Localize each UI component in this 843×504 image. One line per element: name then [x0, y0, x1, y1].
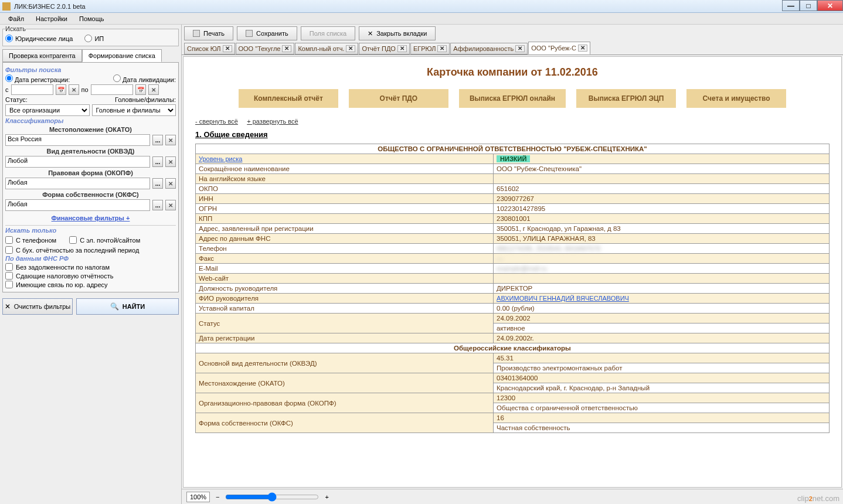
close-icon[interactable]: ✕: [397, 45, 407, 52]
check-phone[interactable]: С телефоном: [5, 236, 56, 244]
zoom-input[interactable]: [186, 492, 210, 502]
okfs-field[interactable]: Любая: [5, 199, 150, 211]
save-icon: [246, 30, 253, 37]
financial-filters-link[interactable]: Финансовые фильтры +: [5, 214, 176, 222]
report-accounts-button[interactable]: Счета и имущество: [686, 89, 786, 108]
fields-button[interactable]: Поля списка: [301, 26, 356, 40]
date-from-input[interactable]: [11, 84, 53, 95]
close-tabs-button[interactable]: ✕ Закрыть вкладки: [359, 26, 436, 40]
doc-tab[interactable]: Отчёт ПДО✕: [359, 43, 409, 55]
check-no-debt[interactable]: Без задолженности по налогам: [5, 263, 176, 271]
calendar-icon-from[interactable]: 📅: [56, 84, 66, 95]
okopf-field[interactable]: Любая: [5, 178, 150, 189]
calendar-icon-to[interactable]: 📅: [135, 84, 146, 95]
doc-tab[interactable]: ЕГРЮЛ✕: [410, 43, 450, 55]
close-icon[interactable]: ✕: [223, 45, 232, 52]
phone-value: 8861274295, 2533543, 8918497570: [497, 245, 600, 252]
toolbar: Печать Сохранить Поля списка ✕ Закрыть в…: [182, 25, 843, 42]
okopf-browse-button[interactable]: ...: [152, 178, 163, 189]
close-icon[interactable]: ✕: [346, 45, 355, 52]
close-icon[interactable]: ✕: [282, 45, 291, 52]
doc-tabs: Список ЮЛ✕ ООО "Техугле✕ Компл-ный отч.✕…: [182, 42, 843, 55]
zoom-out-button[interactable]: −: [216, 493, 219, 500]
menu-help[interactable]: Помощь: [73, 14, 110, 23]
hq-dropdown[interactable]: Головные и филиалы: [92, 104, 176, 116]
fns-title: По данным ФНС РФ: [5, 255, 176, 262]
report-complex-button[interactable]: Комплексный отчёт: [239, 89, 338, 108]
menubar: Файл Настройки Помощь: [0, 13, 843, 25]
report-pdo-button[interactable]: Отчёт ПДО: [349, 89, 448, 108]
zoom-slider[interactable]: [225, 492, 319, 502]
clear-filters-button[interactable]: ✕ Очистить фильтры: [2, 298, 73, 315]
okfs-label: Форма собственности (ОКФС): [5, 191, 176, 198]
search-only-title: Искать только: [5, 227, 176, 234]
tab-check-counterparty[interactable]: Проверка контрагента: [2, 49, 82, 62]
report-egrul-online-button[interactable]: Выписка ЕГРЮЛ онлайн: [459, 89, 566, 108]
print-icon: [193, 30, 200, 37]
director-link[interactable]: АВХИМОВИЧ ГЕННАДИЙ ВЯЧЕСЛАВОВИЧ: [497, 295, 629, 302]
fax-value: —: [497, 255, 503, 262]
radio-date-reg[interactable]: Дата регистрации:: [5, 74, 70, 83]
close-icon[interactable]: ✕: [515, 45, 525, 52]
status-label: Статус:: [5, 96, 28, 103]
close-icon[interactable]: ✕: [578, 45, 587, 52]
date-to-input[interactable]: [91, 84, 133, 95]
expand-all-link[interactable]: + развернуть всё: [247, 118, 298, 125]
radio-ip[interactable]: ИП: [84, 35, 104, 42]
okato-field[interactable]: Вся Россия: [5, 134, 150, 146]
okfs-clear-button[interactable]: ✕: [165, 200, 176, 210]
email-value: example@mail.ru: [497, 265, 547, 272]
print-button[interactable]: Печать: [184, 26, 233, 40]
search-legend: Искать: [5, 25, 26, 32]
radio-legal[interactable]: Юридические лица: [5, 35, 73, 42]
app-icon: [2, 2, 11, 11]
okfs-browse-button[interactable]: ...: [152, 200, 163, 210]
okato-browse-button[interactable]: ...: [152, 135, 163, 145]
radio-date-liq[interactable]: Дата ликвидации:: [113, 74, 176, 83]
status-dropdown[interactable]: Все организации: [5, 104, 90, 116]
classifiers-header: Общероссийские классификаторы: [196, 343, 830, 353]
zoom-in-button[interactable]: +: [325, 493, 328, 500]
sidebar: Искать Юридические лица ИП Проверка конт…: [0, 25, 182, 504]
clear-from-button[interactable]: ✕: [69, 84, 79, 95]
label-from: с: [5, 86, 9, 93]
check-accounting[interactable]: С бух. отчётностью за последний период: [5, 246, 176, 254]
watermark: clip2net.com: [797, 494, 839, 503]
risk-label[interactable]: Уровень риска: [199, 155, 242, 162]
okopf-label: Правовая форма (ОКОПФ): [5, 169, 176, 176]
okato-label: Местоположение (ОКАТО): [5, 126, 176, 133]
find-button[interactable]: 🔍 НАЙТИ: [76, 298, 179, 315]
minimize-button[interactable]: —: [782, 0, 800, 11]
check-email[interactable]: С эл. почтой/сайтом: [69, 236, 140, 244]
save-button[interactable]: Сохранить: [237, 26, 297, 40]
doc-tab-active[interactable]: ООО "Рубеж-С✕: [528, 42, 590, 55]
okato-clear-button[interactable]: ✕: [165, 135, 176, 145]
okved-clear-button[interactable]: ✕: [165, 156, 176, 167]
footer: − + clip2net.com: [182, 489, 843, 504]
close-icon[interactable]: ✕: [437, 45, 447, 52]
okved-field[interactable]: Любой: [5, 156, 150, 168]
check-linked[interactable]: Имеющие связь по юр. адресу: [5, 281, 176, 288]
okved-browse-button[interactable]: ...: [152, 156, 163, 167]
report-egrul-ecp-button[interactable]: Выписка ЕГРЮЛ ЭЦП: [576, 89, 676, 108]
label-to: по: [81, 86, 89, 93]
doc-tab[interactable]: Список ЮЛ✕: [184, 43, 235, 55]
menu-settings[interactable]: Настройки: [30, 14, 73, 23]
filters-panel: Фильтры поиска Дата регистрации: Дата ли…: [2, 62, 179, 292]
collapse-all-link[interactable]: - свернуть всё: [195, 118, 238, 125]
okved-label: Вид деятельности (ОКВЭД): [5, 148, 176, 155]
titlebar: ЛИК:БИЗНЕС 2.0.1 beta — □ ✕: [0, 0, 843, 13]
clear-to-button[interactable]: ✕: [148, 84, 159, 95]
close-button[interactable]: ✕: [817, 0, 843, 11]
tab-form-list[interactable]: Формирование списка: [82, 49, 162, 62]
menu-file[interactable]: Файл: [2, 14, 30, 23]
doc-tab[interactable]: Аффилированность✕: [450, 43, 528, 55]
doc-tab[interactable]: Компл-ный отч.✕: [295, 43, 358, 55]
check-sending[interactable]: Сдающие налоговую отчётность: [5, 272, 176, 280]
filters-title: Фильтры поиска: [5, 66, 176, 73]
classifiers-title: Классификаторы: [5, 117, 176, 124]
maximize-button[interactable]: □: [800, 0, 817, 11]
company-header: ОБЩЕСТВО С ОГРАНИЧЕННОЙ ОТВЕТСТВЕННОСТЬЮ…: [196, 144, 830, 154]
doc-tab[interactable]: ООО "Техугле✕: [236, 43, 295, 55]
okopf-clear-button[interactable]: ✕: [165, 178, 176, 189]
